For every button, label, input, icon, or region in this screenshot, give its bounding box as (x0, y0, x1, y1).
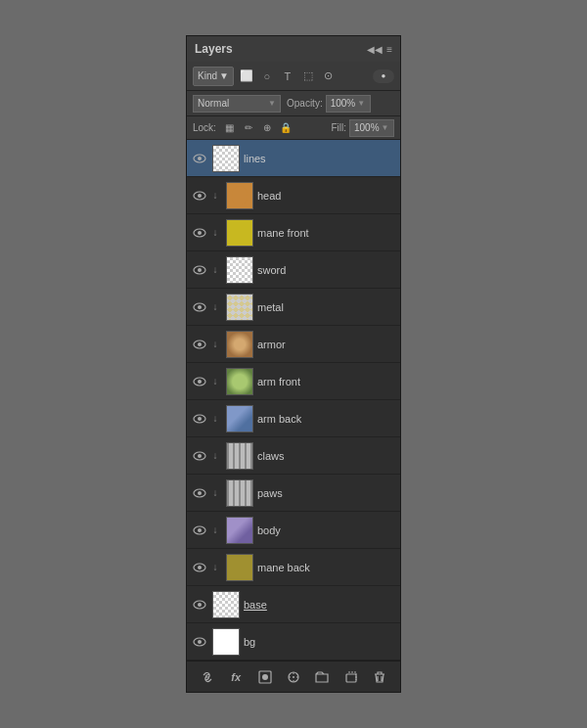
layer-thumb-body (226, 517, 253, 544)
blend-mode-select[interactable]: Normal ▼ (193, 95, 281, 113)
layer-item-armor[interactable]: ↓ armor (187, 326, 400, 363)
layer-thumb-paws (226, 479, 253, 507)
svg-point-9 (198, 305, 202, 309)
layer-link-body: ↓ (208, 523, 222, 537)
layer-item-sword[interactable]: ↓ sword (187, 251, 400, 289)
layer-item-paws[interactable]: ↓ paws (187, 475, 400, 512)
layer-link-claws: ↓ (208, 449, 222, 463)
layer-name-base: base (244, 599, 396, 611)
filter-toggle-icon[interactable]: ● (373, 69, 394, 83)
layer-item-metal[interactable]: ↓ metal (187, 289, 400, 326)
layer-thumb-bg (212, 628, 240, 656)
layers-list[interactable]: lines ↓ head ↓ (187, 140, 400, 660)
layer-item-base[interactable]: base (187, 586, 400, 623)
layer-item-bg[interactable]: bg (187, 623, 400, 660)
layer-link-arm-back: ↓ (208, 412, 222, 426)
fill-chevron: ▼ (382, 123, 389, 132)
layer-link-arm-front: ↓ (208, 375, 222, 388)
layer-visibility-metal[interactable] (191, 298, 208, 316)
layer-visibility-arm-front[interactable] (191, 373, 208, 390)
layer-name-paws: paws (257, 487, 396, 499)
lock-draw-icon[interactable]: ✏ (241, 120, 256, 136)
layer-visibility-armor[interactable] (191, 336, 208, 353)
layer-visibility-sword[interactable] (191, 261, 208, 279)
layer-link-armor: ↓ (208, 338, 222, 351)
layer-visibility-bg[interactable] (191, 633, 208, 651)
svg-point-27 (198, 640, 202, 644)
layer-thumb-armor (226, 331, 253, 358)
layers-panel: Layers ◀◀ ≡ Kind ▼ ⬜ ○ T ⬚ ⊙ ● Normal ▼ … (186, 35, 401, 693)
layer-name-armor: armor (257, 339, 396, 350)
layer-thumb-mane-back (226, 554, 253, 581)
panel-footer: fx (187, 660, 400, 692)
adjustment-button[interactable] (283, 666, 304, 688)
filter-shape-icon[interactable]: ⬚ (299, 68, 317, 85)
filter-type-icon[interactable]: T (279, 68, 296, 85)
filter-kind-label: Kind (198, 70, 217, 81)
svg-point-1 (198, 157, 202, 160)
fill-label: Fill: (331, 122, 346, 133)
new-layer-button[interactable] (340, 666, 362, 688)
layer-link-paws: ↓ (208, 486, 222, 500)
delete-layer-button[interactable] (369, 666, 390, 688)
svg-point-5 (198, 231, 202, 235)
opacity-chevron: ▼ (357, 99, 365, 108)
layer-name-mane-back: mane back (257, 562, 396, 573)
layer-visibility-paws[interactable] (191, 484, 208, 502)
panel-collapse-icon[interactable]: ◀◀ (367, 44, 383, 55)
layer-thumb-claws (226, 442, 253, 470)
layer-thumb-base (212, 591, 240, 618)
layer-visibility-base[interactable] (191, 596, 208, 614)
svg-point-13 (198, 380, 202, 384)
lock-move-icon[interactable]: ⊕ (259, 120, 275, 136)
lock-all-icon[interactable]: 🔒 (278, 120, 294, 136)
layer-name-body: body (257, 524, 396, 536)
svg-point-25 (198, 603, 202, 607)
layer-visibility-lines[interactable] (191, 150, 208, 167)
filter-bar: Kind ▼ ⬜ ○ T ⬚ ⊙ ● (187, 62, 400, 91)
svg-point-7 (198, 268, 202, 272)
link-button[interactable] (197, 666, 218, 688)
layer-link-mane-front: ↓ (208, 226, 222, 240)
fill-val: 100% (354, 122, 380, 133)
mask-button[interactable] (254, 666, 276, 688)
layer-visibility-mane-back[interactable] (191, 559, 208, 576)
layer-thumb-arm-back (226, 405, 253, 432)
layer-name-mane-front: mane front (257, 227, 396, 239)
layer-thumb-mane-front (226, 219, 253, 247)
layer-thumb-metal (226, 294, 253, 321)
group-button[interactable] (311, 666, 333, 688)
svg-point-11 (198, 342, 202, 346)
filter-smart-icon[interactable]: ⊙ (320, 68, 338, 85)
layer-visibility-head[interactable] (191, 187, 208, 205)
layer-visibility-mane-front[interactable] (191, 224, 208, 242)
layer-item-arm-front[interactable]: ↓ arm front (187, 363, 400, 400)
layer-visibility-claws[interactable] (191, 447, 208, 465)
lock-label: Lock: (193, 122, 216, 133)
effects-button[interactable]: fx (225, 666, 247, 688)
layer-item-mane-front[interactable]: ↓ mane front (187, 214, 400, 251)
layer-name-bg: bg (244, 636, 396, 648)
filter-kind-chevron: ▼ (219, 70, 229, 81)
svg-point-23 (198, 566, 202, 569)
filter-icons: ⬜ ○ T ⬚ ⊙ (238, 68, 369, 85)
opacity-input[interactable]: 100% ▼ (326, 95, 371, 113)
lock-pixels-icon[interactable]: ▦ (222, 120, 238, 136)
opacity-label: Opacity: (287, 98, 323, 109)
layer-item-mane-back[interactable]: ↓ mane back (187, 549, 400, 586)
layer-visibility-arm-back[interactable] (191, 410, 208, 428)
filter-adjustment-icon[interactable]: ○ (258, 68, 276, 85)
layer-link-head: ↓ (208, 189, 222, 203)
layer-item-lines[interactable]: lines (187, 140, 400, 177)
layer-item-body[interactable]: ↓ body (187, 512, 400, 549)
panel-menu-icon[interactable]: ≡ (386, 44, 392, 55)
filter-pixel-icon[interactable]: ⬜ (238, 68, 255, 85)
layer-thumb-head (226, 182, 253, 209)
layer-item-arm-back[interactable]: ↓ arm back (187, 400, 400, 437)
layer-visibility-body[interactable] (191, 522, 208, 539)
layer-item-claws[interactable]: ↓ claws (187, 437, 400, 475)
panel-title-icons: ◀◀ ≡ (367, 44, 392, 55)
fill-input[interactable]: 100% ▼ (349, 119, 394, 137)
filter-kind-select[interactable]: Kind ▼ (193, 67, 234, 86)
layer-item-head[interactable]: ↓ head (187, 177, 400, 214)
